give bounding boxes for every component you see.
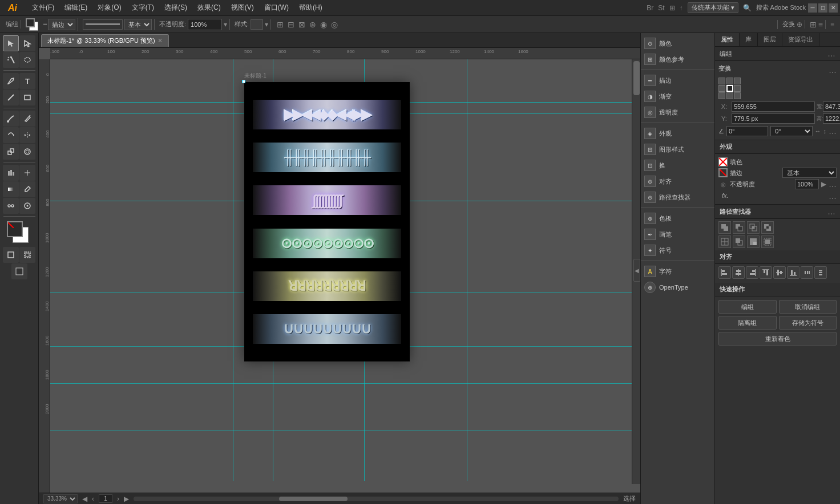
next-page-btn[interactable]: ▶ (124, 495, 129, 503)
prev-page-btn[interactable]: ◀ (82, 495, 87, 503)
menu-text[interactable]: 文字(T) (127, 2, 159, 14)
search-stock-icon[interactable]: 🔍 (743, 4, 752, 12)
align-icon1[interactable]: ⊞ (277, 20, 284, 29)
stroke-color-well[interactable] (7, 221, 23, 237)
tab-layers[interactable]: 图层 (758, 33, 782, 46)
selection-tool[interactable] (3, 35, 19, 51)
ref-pt-bl[interactable] (718, 92, 725, 99)
bridge-icon[interactable]: Br (647, 4, 653, 12)
menu-select[interactable]: 选择(S) (160, 2, 192, 14)
stroke-style-dropdown[interactable]: 基本 (124, 19, 152, 30)
panel-item-transform[interactable]: ⊡ 换 (641, 157, 714, 173)
angle-more-btn[interactable]: … (829, 127, 837, 136)
pf-unite-btn[interactable] (718, 221, 731, 234)
panel-item-symbols[interactable]: ✦ 符号 (641, 242, 714, 258)
rectangle-tool[interactable] (19, 90, 35, 105)
canvas-content[interactable]: ▶▶◀◀◆◆◀◀▶▶ ╫╫╫╫╫╫╫╫╫╫ ∫∫∫∫∫∫∫∫∫∫ (50, 59, 640, 481)
canvas-area[interactable]: -100 -0 100 200 300 400 500 600 700 800 … (39, 48, 640, 493)
distribute-h-btn[interactable] (801, 266, 813, 279)
minimize-btn[interactable]: ─ (808, 3, 817, 13)
align-center-h-btn[interactable] (732, 266, 745, 279)
transform-icon[interactable]: ⊕ (797, 21, 802, 29)
opacity-more-btn[interactable]: … (829, 180, 837, 189)
gradient-tool[interactable] (3, 181, 19, 197)
tab-asset-export[interactable]: 资源导出 (782, 33, 819, 46)
panel-item-opentype[interactable]: ⊕ OpenType (641, 279, 714, 295)
cloud-icon[interactable]: ↑ (680, 4, 683, 12)
tab-close-btn[interactable]: ✕ (158, 37, 163, 44)
ref-pt-bc[interactable] (726, 92, 733, 99)
fg-well[interactable] (26, 18, 35, 27)
y-input[interactable] (732, 113, 815, 124)
save-symbol-btn[interactable]: 存储为符号 (779, 316, 837, 330)
panel-item-stroke[interactable]: ━ 描边 (641, 72, 714, 88)
column-chart-tool[interactable] (3, 165, 19, 181)
panel-item-character[interactable]: A 字符 (641, 263, 714, 279)
pencil-tool[interactable] (19, 111, 35, 127)
flip-v-btn[interactable]: ↕ (823, 128, 827, 135)
line-tool[interactable] (3, 90, 19, 105)
distribute-icon2[interactable]: ◉ (320, 20, 327, 29)
grid-view-icon[interactable]: ⊞ (810, 20, 817, 29)
panel-item-color-guide[interactable]: ⊞ 颜色参考 (641, 51, 714, 67)
opacity-arrow-app[interactable]: ▶ (821, 180, 826, 188)
warp-tool[interactable] (19, 144, 35, 160)
group-more-btn[interactable]: … (827, 49, 835, 58)
fx-more-btn[interactable]: … (829, 192, 837, 201)
align-left-btn[interactable] (718, 266, 731, 279)
isolate-btn[interactable]: 隔离组 (718, 316, 777, 330)
align-center-v-btn[interactable] (773, 266, 786, 279)
normal-mode-btn[interactable] (3, 247, 19, 263)
panel-item-pathfinder[interactable]: ⊝ 路径查找器 (641, 189, 714, 205)
panel-item-swatches[interactable]: ⊛ 色板 (641, 210, 714, 226)
pf-exclude-btn[interactable] (761, 221, 774, 234)
h-scroll-track[interactable] (134, 497, 619, 501)
stock-icon[interactable]: St (658, 4, 664, 12)
panel-item-appearance[interactable]: ◈ 外观 (641, 125, 714, 141)
opacity-input-app[interactable] (795, 179, 819, 189)
menu-window[interactable]: 窗口(W) (260, 2, 293, 14)
panel-item-brushes[interactable]: ✒ 画笔 (641, 226, 714, 242)
pf-crop-btn[interactable] (761, 235, 774, 248)
align-bottom-btn[interactable] (787, 266, 799, 279)
mesh-tool[interactable] (19, 165, 35, 181)
tab-properties[interactable]: 属性 (715, 33, 740, 46)
prev-frame-btn[interactable]: ‹ (92, 495, 94, 503)
distribute-icon1[interactable]: ⊛ (309, 20, 316, 29)
paintbrush-tool[interactable] (3, 111, 19, 127)
style-arrow[interactable]: ▾ (265, 21, 268, 29)
screen-mode-btn[interactable] (11, 263, 27, 279)
pf-divide-btn[interactable] (718, 235, 731, 248)
menu-effect[interactable]: 效果(C) (193, 2, 225, 14)
toolbar-more[interactable]: ≡ (828, 21, 837, 29)
pf-trim-btn[interactable] (733, 235, 745, 248)
symbol-tool[interactable] (19, 198, 35, 214)
direct-selection-tool[interactable] (19, 35, 35, 51)
panel-item-graphic-styles[interactable]: ⊟ 图形样式 (641, 141, 714, 157)
ref-pt-mc[interactable] (726, 85, 733, 92)
panel-item-color[interactable]: ⊙ 颜色 (641, 35, 714, 51)
ref-pt-br[interactable] (734, 92, 741, 99)
lasso-tool[interactable] (19, 52, 35, 68)
menu-help[interactable]: 帮助(H) (294, 2, 327, 14)
stroke-swatch[interactable] (718, 168, 728, 177)
angle-dropdown[interactable]: 0° (770, 126, 812, 136)
fill-swatch[interactable] (718, 157, 728, 166)
menu-object[interactable]: 对象(O) (93, 2, 126, 14)
document-tab[interactable]: 未标题-1* @ 33.33% (RGB/GPU 预览) ✕ (41, 34, 169, 47)
eyedropper-tool[interactable] (19, 181, 35, 197)
zoom-select[interactable]: 33.33% (43, 494, 78, 503)
pf-merge-btn[interactable] (747, 235, 760, 248)
next-frame-btn[interactable]: › (117, 495, 119, 503)
stroke-dropdown-select[interactable]: 描边 (48, 19, 75, 30)
type-tool[interactable]: T (19, 73, 35, 89)
ref-pt-tl[interactable] (718, 78, 725, 84)
draw-inside-btn[interactable] (19, 247, 35, 263)
panel-item-transparency[interactable]: ◎ 透明度 (641, 104, 714, 120)
align-icon2[interactable]: ⊟ (288, 20, 294, 29)
v-scroll-thumb[interactable] (633, 61, 640, 95)
style-swatch[interactable] (251, 19, 263, 30)
maximize-btn[interactable]: □ (818, 3, 827, 13)
tab-library[interactable]: 库 (740, 33, 758, 46)
distribute-v-btn[interactable] (814, 266, 827, 279)
